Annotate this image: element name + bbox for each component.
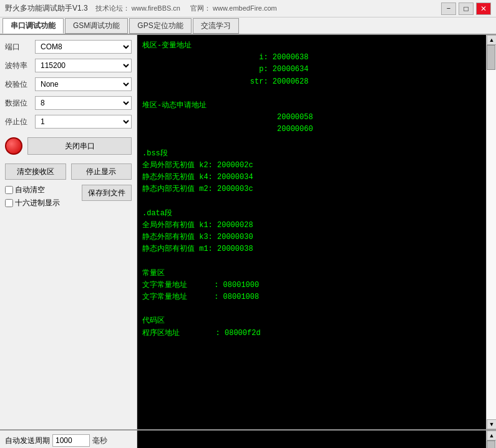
main-content: 端口 COM8 波特率 115200 校验位 None 数据位 8 停止位 — [0, 35, 496, 429]
action-row-1: 清空接收区 停止显示 — [5, 163, 132, 180]
receive-area: 栈区-变量地址 i: 20000638 p: 20000634 str: 200… — [137, 35, 486, 429]
period-row: 自动发送周期 毫秒 — [5, 434, 132, 447]
receive-scrollbar[interactable]: ▲ ▼ — [486, 35, 496, 429]
minimize-button[interactable]: － — [441, 2, 456, 15]
close-port-button[interactable]: 关闭串口 — [27, 137, 132, 155]
bottom-right-area: ▲ ▼ — [137, 431, 496, 448]
send-scrollbar[interactable]: ▲ ▼ — [486, 431, 496, 448]
databits-select[interactable]: 8 — [35, 96, 132, 110]
scroll-up-button[interactable]: ▲ — [487, 35, 496, 45]
send-scroll-thumb[interactable] — [487, 441, 495, 448]
tab-serial[interactable]: 串口调试功能 — [2, 18, 64, 34]
databits-row: 数据位 8 — [5, 96, 132, 110]
right-area: 栈区-变量地址 i: 20000638 p: 20000634 str: 200… — [137, 35, 496, 429]
port-label: 端口 — [5, 42, 35, 52]
auto-clean-checkbox-row[interactable]: 自动清空 — [5, 185, 77, 195]
send-scroll-track[interactable] — [487, 441, 496, 448]
hex-display-checkbox[interactable] — [5, 199, 13, 207]
left-panel: 端口 COM8 波特率 115200 校验位 None 数据位 8 停止位 — [0, 35, 137, 429]
scroll-track[interactable] — [487, 45, 496, 419]
save-to-file-button[interactable]: 保存到文件 — [82, 185, 132, 201]
close-button[interactable]: ✕ — [476, 2, 491, 15]
bottom-section: 自动发送周期 毫秒 自动发送 十六进制发送 清空重填 加载文件 手动发送 文件路… — [0, 429, 496, 448]
scroll-thumb[interactable] — [487, 45, 495, 70]
tab-gps[interactable]: GPS定位功能 — [129, 18, 191, 34]
status-led — [5, 137, 22, 155]
menu-bar: 串口调试功能 GSM调试功能 GPS定位功能 交流学习 — [0, 17, 496, 35]
app-name: 野火多功能调试助手V1.3 — [5, 3, 88, 14]
title-bar: 野火多功能调试助手V1.3 技术论坛： www.fireBBS.cn 官网： w… — [0, 0, 496, 17]
auto-clean-label: 自动清空 — [15, 185, 45, 195]
stop-display-button[interactable]: 停止显示 — [71, 163, 132, 180]
clear-receive-button[interactable]: 清空接收区 — [5, 163, 66, 180]
stopbits-select[interactable]: 1 — [35, 115, 132, 129]
parity-row: 校验位 None — [5, 77, 132, 91]
send-area[interactable] — [137, 431, 486, 448]
databits-label: 数据位 — [5, 98, 35, 109]
baudrate-row: 波特率 115200 — [5, 59, 132, 72]
scroll-down-button[interactable]: ▼ — [487, 419, 496, 429]
port-row: 端口 COM8 — [5, 40, 132, 54]
period-label: 自动发送周期 — [5, 436, 50, 446]
parity-select[interactable]: None — [35, 77, 132, 91]
stopbits-label: 停止位 — [5, 117, 35, 127]
parity-label: 校验位 — [5, 79, 35, 90]
hex-display-label: 十六进制显示 — [15, 198, 60, 208]
period-unit: 毫秒 — [92, 436, 107, 446]
hex-display-checkbox-row[interactable]: 十六进制显示 — [5, 198, 77, 208]
bottom-left-panel: 自动发送周期 毫秒 自动发送 十六进制发送 清空重填 加载文件 手动发送 文件路… — [0, 431, 137, 448]
window-controls: － □ ✕ — [441, 2, 491, 15]
tab-gsm[interactable]: GSM调试功能 — [65, 18, 128, 34]
auto-clean-checkbox[interactable] — [5, 186, 13, 194]
forum-link: 技术论坛： www.fireBBS.cn 官网： www.embedFire.c… — [95, 4, 277, 13]
stopbits-row: 停止位 1 — [5, 115, 132, 129]
tab-exchange[interactable]: 交流学习 — [193, 18, 239, 34]
period-input[interactable] — [52, 434, 90, 447]
maximize-button[interactable]: □ — [459, 2, 474, 15]
title-left: 野火多功能调试助手V1.3 技术论坛： www.fireBBS.cn 官网： w… — [5, 3, 277, 14]
send-scroll-up-button[interactable]: ▲ — [487, 431, 496, 441]
baudrate-select[interactable]: 115200 — [35, 59, 132, 72]
connect-row: 关闭串口 — [5, 137, 132, 155]
port-select[interactable]: COM8 — [35, 40, 132, 54]
baudrate-label: 波特率 — [5, 61, 35, 71]
